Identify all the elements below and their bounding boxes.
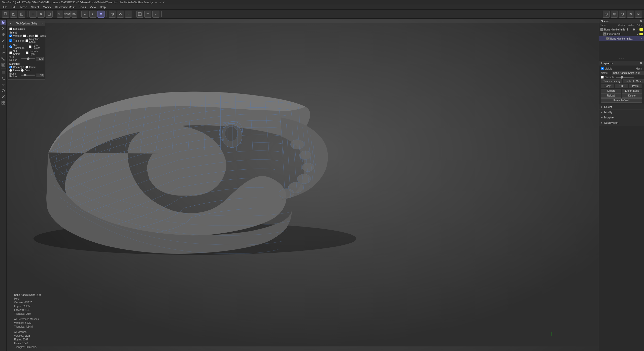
reload-btn[interactable]: Reload [601,93,621,98]
soft-radius-input[interactable]: 500 [36,57,44,60]
copy-btn[interactable]: Copy [601,84,614,88]
transform-checkbox[interactable] [9,39,12,42]
menu-tools[interactable]: Tools [77,5,88,9]
brush-radius-input[interactable]: 50 [36,74,44,77]
toolbar-remove[interactable] [38,11,45,18]
tool-fill[interactable] [1,62,6,68]
menu-edit[interactable]: Edit [10,5,18,9]
viewport[interactable]: Perspective Bone Handle Knife_2_0 Mesh V… [7,19,599,351]
menu-file[interactable]: File [1,5,10,9]
edges-checkbox[interactable] [23,35,26,37]
maximize-btn[interactable]: □ [159,1,161,4]
subdivision-expand-header[interactable]: ▶ Subdivision [599,120,644,125]
tool-extra4[interactable] [1,88,6,93]
scene-item-1[interactable]: Bone Handle Knife_2 ✓ [599,27,644,32]
tool-extra1[interactable] [1,70,6,75]
toolbar-save[interactable] [18,11,25,18]
soft-select-checkbox[interactable] [9,51,12,54]
tool-options-close-btn[interactable]: ✕ [41,22,44,25]
toolbar-none[interactable]: NONE [64,11,71,18]
toolbar-info[interactable] [619,11,626,18]
lasso-radio[interactable] [9,69,12,72]
sym-transform-radio[interactable] [9,45,12,48]
toolbar-render[interactable] [603,11,610,18]
tool-loop[interactable] [1,44,6,49]
stats-all-edges-value: 3267 [23,338,28,341]
tool-select[interactable] [1,20,6,25]
scene-item-2[interactable]: Group36189 ✓ [599,32,644,36]
backfaces-checkbox[interactable] [9,27,12,30]
tool-draw[interactable] [1,38,6,43]
cut-btn[interactable]: Cut [615,84,628,88]
menu-mesh[interactable]: Mesh [18,5,29,9]
clear-geometry-btn[interactable]: Clear Geometry [601,79,622,83]
toolbar-sep6 [161,11,162,17]
brush-radio[interactable] [21,69,24,72]
close-btn[interactable]: ✕ [163,1,165,4]
toolbar-snap[interactable] [109,11,116,18]
tool-cut[interactable] [1,50,6,55]
stats-edges: Edges: 0/3267 [14,304,41,308]
export-btn[interactable]: Export [601,89,621,93]
menu-view[interactable]: View [88,5,98,9]
tool-grid[interactable] [1,100,6,106]
circle-radio[interactable] [25,66,28,69]
rectangle-radio[interactable] [9,66,12,69]
morpher-expand-header[interactable]: ▶ Morpher [599,115,644,120]
tool-extra2[interactable] [1,76,6,81]
toolbar-gear[interactable] [635,11,642,18]
negative-scale-checkbox[interactable] [25,39,28,42]
toolbar-weld[interactable] [152,11,159,18]
delete-btn[interactable]: Delete [622,93,642,98]
menu-modify[interactable]: Modify [41,5,53,9]
faces-checkbox[interactable] [35,35,38,37]
brush-radius-slider[interactable] [21,75,35,76]
toolbar-sym-y[interactable] [89,11,96,18]
export-back-btn[interactable]: Export Back [622,89,642,93]
menu-select[interactable]: Select [29,5,41,9]
vertices-checkbox[interactable] [9,35,12,37]
sym-select-checkbox[interactable] [29,45,31,48]
normals-checkbox[interactable] [601,76,604,79]
select-expand-header[interactable]: ▶ Select [599,104,644,109]
toolbar-collapse[interactable] [144,11,151,18]
tool-extra3[interactable] [1,82,6,87]
duplicate-mesh-btn[interactable]: Duplicate Mesh [623,79,644,83]
inspector-close-btn[interactable]: ✕ [640,61,642,65]
tool-rotate[interactable] [1,32,6,37]
toolbar-all[interactable]: ALL [57,11,63,18]
toolbar-xform[interactable] [136,11,143,18]
toolbar-inv[interactable]: INV [72,11,77,18]
visible-checkbox[interactable] [601,67,604,70]
toolbar-open[interactable] [10,11,17,18]
toolbar-sym-x[interactable] [81,11,88,18]
modify-expand-header[interactable]: ▶ Modify [599,110,644,115]
minimize-btn[interactable]: ─ [155,1,157,4]
exclude-sym-checkbox[interactable] [26,51,28,54]
menu-help[interactable]: Help [98,5,108,9]
tool-extra5[interactable] [1,94,6,100]
toolbar-settings[interactable] [627,11,634,18]
force-refresh-btn[interactable]: Force Refresh [601,98,642,103]
tool-options-header[interactable]: ▼ Tool Options (Edit) ✕ [8,21,45,26]
menu-reference-mesh[interactable]: Reference Mesh [53,5,78,9]
scene-close-btn[interactable]: ✕ [640,19,642,23]
soft-radius-slider[interactable] [21,58,35,59]
toolbar-check[interactable]: ✓ [125,11,132,18]
toolbar-snap2[interactable] [117,11,124,18]
toolbar-arrows[interactable] [611,11,618,18]
toolbar-sep5 [134,11,134,17]
tool-move[interactable] [1,26,6,31]
scene-item-3[interactable]: Bone Handle Knife... ✓ [599,36,644,41]
toolbar-add[interactable] [29,11,37,18]
paste-btn[interactable]: Paste [629,84,642,88]
tool-separator [1,69,6,69]
normals-slider[interactable] [616,77,634,78]
name-input[interactable] [612,71,644,75]
toolbar-sym-active[interactable] [97,11,105,18]
titlebar-controls: ─ □ ✕ [155,1,165,4]
mesh-area[interactable]: Perspective [7,19,599,351]
tool-bridge[interactable] [1,56,6,61]
toolbar-export-icon[interactable] [46,11,53,18]
toolbar-new[interactable] [2,11,9,18]
